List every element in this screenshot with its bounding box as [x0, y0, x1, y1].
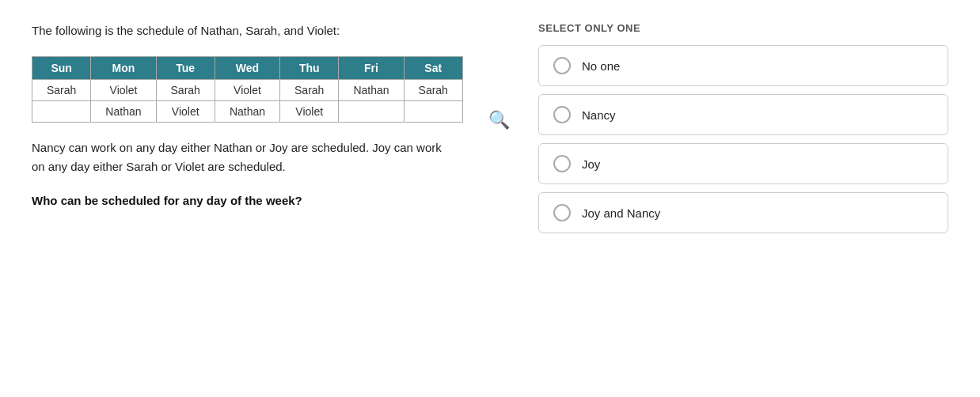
options-list: No one Nancy Joy Joy and Nancy	[538, 45, 948, 233]
intro-text: The following is the schedule of Nathan,…	[32, 22, 491, 40]
option-joy-label: Joy	[582, 157, 600, 171]
header-sun: Sun	[32, 56, 91, 79]
header-mon: Mon	[91, 56, 156, 79]
radio-nancy[interactable]	[553, 106, 571, 123]
radio-joy-and-nancy[interactable]	[553, 204, 571, 221]
zoom-icon[interactable]: 🔍	[488, 110, 510, 130]
option-nancy[interactable]: Nancy	[538, 94, 948, 135]
left-panel: The following is the schedule of Nathan,…	[32, 22, 491, 375]
table-row: Sarah Violet Sarah Violet Sarah Nathan S…	[32, 79, 463, 100]
cell-sun-r1: Sarah	[32, 79, 91, 100]
option-joy-and-nancy-label: Joy and Nancy	[582, 206, 660, 220]
cell-mon-r1: Violet	[91, 79, 156, 100]
cell-mon-r2: Nathan	[91, 100, 156, 122]
cell-sat-r2	[404, 100, 462, 122]
radio-joy[interactable]	[553, 155, 571, 172]
cell-thu-r1: Sarah	[280, 79, 339, 100]
cell-wed-r2: Nathan	[215, 100, 279, 122]
schedule-table: Sun Mon Tue Wed Thu Fri Sat Sarah Violet…	[32, 56, 463, 123]
header-sat: Sat	[404, 56, 462, 79]
cell-tue-r1: Sarah	[156, 79, 215, 100]
option-nancy-label: Nancy	[582, 108, 616, 122]
cell-thu-r2: Violet	[280, 100, 339, 122]
cell-wed-r1: Violet	[215, 79, 279, 100]
header-wed: Wed	[215, 56, 279, 79]
cell-sat-r1: Sarah	[404, 79, 462, 100]
header-fri: Fri	[339, 56, 404, 79]
option-joy[interactable]: Joy	[538, 143, 948, 184]
question-text: Who can be scheduled for any day of the …	[32, 192, 491, 210]
cell-tue-r2: Violet	[156, 100, 215, 122]
radio-no-one[interactable]	[553, 57, 571, 74]
schedule-wrapper: Sun Mon Tue Wed Thu Fri Sat Sarah Violet…	[32, 56, 491, 123]
body-text: Nancy can work on any day either Nathan …	[32, 138, 443, 176]
header-tue: Tue	[156, 56, 215, 79]
cell-fri-r2	[339, 100, 404, 122]
option-no-one[interactable]: No one	[538, 45, 948, 86]
option-joy-and-nancy[interactable]: Joy and Nancy	[538, 192, 948, 233]
cell-sun-r2	[32, 100, 91, 122]
right-panel: SELECT ONLY ONE No one Nancy Joy Joy and…	[538, 22, 948, 375]
cell-fri-r1: Nathan	[339, 79, 404, 100]
option-no-one-label: No one	[582, 59, 620, 73]
header-thu: Thu	[280, 56, 339, 79]
select-label: SELECT ONLY ONE	[538, 22, 948, 34]
table-row: Nathan Violet Nathan Violet	[32, 100, 463, 122]
